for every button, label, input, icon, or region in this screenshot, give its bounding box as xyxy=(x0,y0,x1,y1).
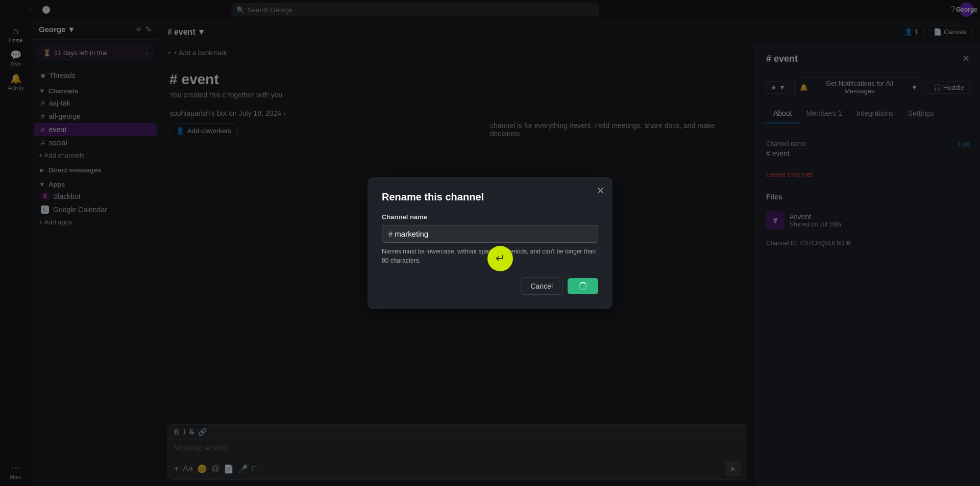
rename-channel-modal: ✕ Rename this channel Channel name # Nam… xyxy=(368,177,612,309)
modal-cancel-button[interactable]: Cancel xyxy=(521,277,562,295)
modal-submit-button[interactable] xyxy=(568,278,598,294)
modal-overlay[interactable]: ✕ Rename this channel Channel name # Nam… xyxy=(0,0,980,486)
modal-input-wrap: # xyxy=(382,225,598,243)
channel-rename-input[interactable] xyxy=(395,229,592,238)
loading-spinner xyxy=(579,282,587,290)
modal-channel-name-label: Channel name xyxy=(382,213,598,221)
modal-input-prefix: # xyxy=(388,229,393,238)
modal-title: Rename this channel xyxy=(382,191,598,203)
modal-hint: Names must be lowercase, without spaces … xyxy=(382,247,598,265)
modal-footer: Cancel xyxy=(382,277,598,295)
modal-close-button[interactable]: ✕ xyxy=(597,185,604,196)
